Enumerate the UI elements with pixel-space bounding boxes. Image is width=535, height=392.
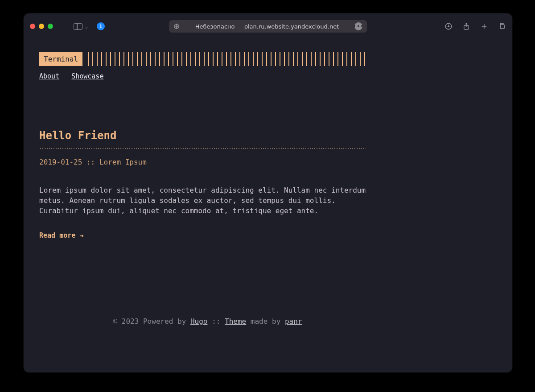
footer-made-by: made by [251, 317, 280, 326]
site-header: Terminal [39, 52, 376, 66]
post-meta: 2019-01-25 :: Lorem Ipsum [39, 158, 366, 166]
footer-powered-by: Powered by [143, 317, 186, 326]
nav-link-about[interactable]: About [39, 72, 59, 80]
dotted-divider [39, 146, 366, 149]
footer-link-theme[interactable]: Theme [225, 317, 246, 326]
downloads-icon[interactable] [444, 22, 453, 30]
page-content: Terminal About Showcase Hello Friend 201… [24, 39, 512, 372]
sidebar-toggle-button[interactable]: ⌄ [74, 23, 88, 30]
globe-icon [173, 23, 180, 29]
nav-link-showcase[interactable]: Showcase [71, 72, 103, 80]
side-column [376, 39, 512, 372]
read-more-link[interactable]: Read more → [39, 231, 83, 239]
footer-copyright: © 2023 [113, 317, 139, 326]
maximize-icon[interactable] [48, 24, 53, 29]
address-bar[interactable]: Небезопасно — plan.ru.website.yandexclou… [169, 20, 367, 33]
page-settings-icon[interactable]: ••• [354, 22, 362, 30]
meta-separator: :: [86, 158, 95, 166]
address-text: Небезопасно — plan.ru.website.yandexclou… [183, 23, 351, 30]
share-icon[interactable] [462, 22, 470, 30]
window-controls [30, 24, 53, 29]
main-column: Terminal About Showcase Hello Friend 201… [24, 39, 376, 372]
post-title[interactable]: Hello Friend [39, 129, 366, 142]
footer-link-panr[interactable]: panr [285, 317, 302, 326]
post-author: Lorem Ipsum [99, 158, 147, 166]
close-icon[interactable] [30, 24, 35, 29]
footer-link-hugo[interactable]: Hugo [190, 317, 208, 326]
site-footer: © 2023 Powered by Hugo :: Theme made by … [39, 307, 376, 326]
header-stripe-decoration [88, 52, 367, 66]
post-excerpt: Lorem ipsum dolor sit amet, consectetur … [39, 185, 366, 216]
extension-1password-icon[interactable]: 1 [97, 22, 105, 30]
site-logo[interactable]: Terminal [39, 52, 82, 66]
post: Hello Friend 2019-01-25 :: Lorem Ipsum L… [39, 129, 376, 239]
footer-separator: :: [212, 317, 220, 326]
tab-overview-icon[interactable] [498, 22, 506, 30]
primary-nav: About Showcase [39, 72, 376, 80]
svg-rect-3 [500, 25, 504, 29]
titlebar: ⌄ 1 Небезопасно — plan.ru.website.yandex… [24, 13, 512, 39]
browser-window: ⌄ 1 Небезопасно — plan.ru.website.yandex… [24, 13, 512, 372]
minimize-icon[interactable] [39, 24, 44, 29]
sidebar-icon [74, 23, 82, 30]
new-tab-icon[interactable] [480, 22, 488, 30]
toolbar-right [444, 22, 506, 30]
post-date: 2019-01-25 [39, 158, 82, 166]
chevron-down-icon: ⌄ [85, 24, 88, 29]
